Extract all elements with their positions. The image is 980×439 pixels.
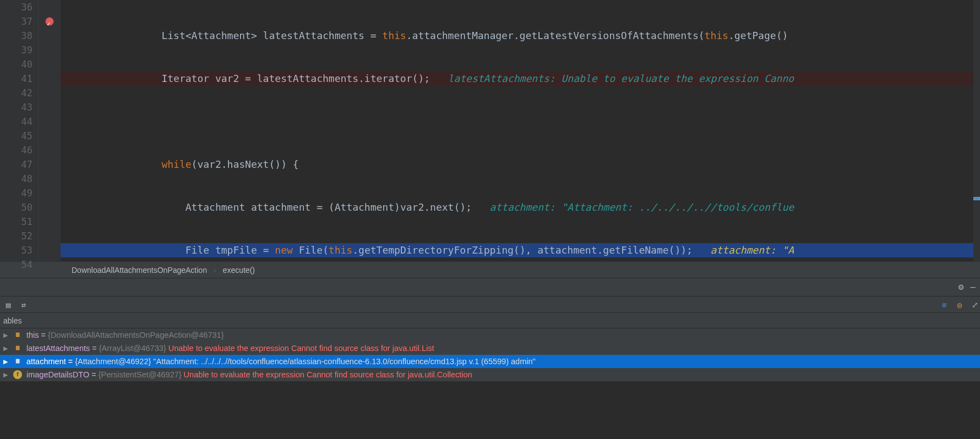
line-number[interactable]: 50 bbox=[0, 200, 32, 215]
execution-marker-icon[interactable] bbox=[973, 197, 980, 200]
code-line-execution-point: File tmpFile = new File(this.getTempDire… bbox=[61, 243, 980, 257]
line-number[interactable]: 42 bbox=[0, 86, 32, 100]
breadcrumb[interactable]: DownloadAllAttachmentsOnPageAction › exe… bbox=[0, 261, 980, 278]
inline-eval: latestAttachments: Unable to evaluate th… bbox=[430, 73, 794, 84]
breadcrumb-method[interactable]: execute() bbox=[223, 263, 255, 277]
breadcrumb-class[interactable]: DownloadAllAttachmentsOnPageAction bbox=[72, 263, 207, 277]
expand-triangle-icon[interactable]: ▶ bbox=[3, 367, 11, 382]
variable-row[interactable]: ▶ ≣ this = {DownloadAllAttachmentsOnPage… bbox=[0, 328, 980, 342]
line-number[interactable]: 41 bbox=[0, 72, 32, 86]
target-icon[interactable]: ◎ bbox=[955, 300, 965, 310]
debug-frames-toolbar: ▤ ⇄ ≡ ◎ ⤢ bbox=[0, 297, 980, 313]
frames-icon[interactable]: ▤ bbox=[3, 300, 13, 310]
code-content[interactable]: List<Attachment> latestAttachments = thi… bbox=[61, 0, 980, 261]
expand-triangle-icon[interactable]: ▶ bbox=[3, 341, 11, 355]
object-icon: ≣ bbox=[13, 344, 22, 353]
expand-icon[interactable]: ⤢ bbox=[970, 300, 980, 310]
line-number[interactable]: 43 bbox=[0, 100, 32, 114]
code-line: Attachment attachment = (Attachment)var2… bbox=[61, 200, 980, 215]
breakpoint-gutter[interactable] bbox=[39, 0, 61, 261]
line-number[interactable]: 49 bbox=[0, 186, 32, 200]
threads-icon[interactable]: ⇄ bbox=[19, 300, 29, 310]
line-number[interactable]: 45 bbox=[0, 129, 32, 143]
minimize-icon[interactable]: — bbox=[970, 280, 976, 294]
object-icon: ≣ bbox=[13, 357, 22, 366]
variable-row[interactable]: ▶ f imageDetailsDTO = {PersistentSet@469… bbox=[0, 368, 980, 381]
code-line-breakpoint: Iterator var2 = latestAttachments.iterat… bbox=[61, 72, 980, 86]
object-icon: ≣ bbox=[13, 331, 22, 339]
line-number-gutter[interactable]: 36 37 38 39 40 41 42 43 44 45 46 47 48 4… bbox=[0, 0, 39, 261]
line-number[interactable]: 48 bbox=[0, 172, 32, 186]
chevron-right-icon: › bbox=[214, 263, 216, 277]
line-number[interactable]: 40 bbox=[0, 57, 32, 72]
inline-eval: attachment: "A bbox=[693, 244, 794, 256]
line-number[interactable]: 51 bbox=[0, 215, 32, 229]
filter-icon[interactable]: ≡ bbox=[939, 300, 949, 310]
line-number[interactable]: 54 bbox=[0, 257, 32, 272]
line-number[interactable]: 36 bbox=[0, 0, 32, 14]
line-number[interactable]: 44 bbox=[0, 114, 32, 129]
line-number[interactable]: 38 bbox=[0, 29, 32, 43]
code-line: List<Attachment> latestAttachments = thi… bbox=[61, 29, 980, 43]
debug-toolbar: ⚙ — bbox=[0, 278, 980, 297]
variable-row-selected[interactable]: ▶ ≣ attachment = {Attachment@46922} "Att… bbox=[0, 355, 980, 368]
line-number[interactable]: 53 bbox=[0, 243, 32, 257]
breakpoint-icon[interactable] bbox=[45, 17, 54, 26]
inline-eval: attachment: "Attachment: ../../../..//to… bbox=[472, 201, 794, 213]
variables-panel[interactable]: ▶ ≣ this = {DownloadAllAttachmentsOnPage… bbox=[0, 328, 980, 381]
expand-triangle-icon[interactable]: ▶ bbox=[3, 328, 11, 342]
line-number[interactable]: 37 bbox=[0, 14, 32, 29]
line-number[interactable]: 46 bbox=[0, 143, 32, 157]
code-editor[interactable]: 36 37 38 39 40 41 42 43 44 45 46 47 48 4… bbox=[0, 0, 980, 261]
variable-row[interactable]: ▶ ≣ latestAttachments = {ArrayList@46733… bbox=[0, 342, 980, 355]
line-number[interactable]: 39 bbox=[0, 43, 32, 57]
scroll-marker-strip[interactable] bbox=[973, 0, 980, 261]
code-line bbox=[61, 114, 980, 129]
code-line: while(var2.hasNext()) { bbox=[61, 157, 980, 172]
line-number[interactable]: 47 bbox=[0, 157, 32, 172]
gear-icon[interactable]: ⚙ bbox=[959, 280, 964, 294]
line-number[interactable]: 52 bbox=[0, 229, 32, 243]
expand-triangle-icon[interactable]: ▶ bbox=[3, 354, 11, 369]
field-icon: f bbox=[13, 370, 22, 379]
variables-tab[interactable]: ables bbox=[0, 313, 980, 328]
